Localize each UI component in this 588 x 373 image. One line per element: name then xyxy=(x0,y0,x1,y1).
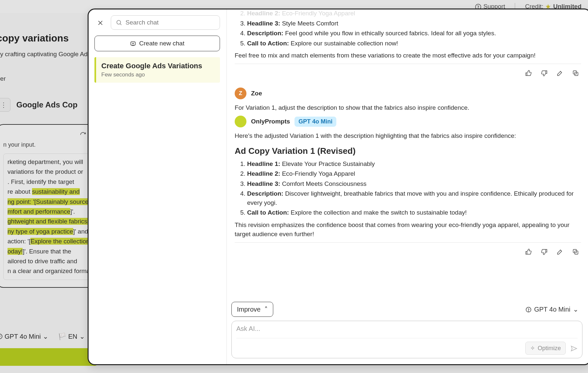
closing-text: This revision emphasizes the confidence … xyxy=(235,220,581,239)
sparkle-icon: ✧ xyxy=(530,345,535,352)
ai-intro: Here's the adjusted Variation 1 with the… xyxy=(235,131,581,141)
create-new-chat-button[interactable]: Create new chat xyxy=(94,36,220,51)
model-selector[interactable]: GPT 4o Mini ⌄ xyxy=(0,332,48,340)
ai-message-prev: Headline 2: Eco-Friendly Yoga Apparel He… xyxy=(235,9,581,84)
avatar xyxy=(235,116,246,127)
optimize-label: Optimize xyxy=(538,345,561,352)
chat-plus-icon xyxy=(130,40,136,47)
page-title-fragment: copy variations xyxy=(0,33,69,44)
model-label: GPT 4o Mini xyxy=(534,306,570,313)
tab-title[interactable]: Google Ads Cop xyxy=(16,100,77,109)
model-badge: GPT 4o Mini xyxy=(294,117,336,127)
thumbs-down-button[interactable] xyxy=(541,69,548,77)
copy-button[interactable] xyxy=(572,247,579,256)
chat-item-title: Create Google Ads Variations xyxy=(101,62,215,70)
user-text: For Variation 1, adjust the description … xyxy=(235,103,581,113)
thumbs-up-button[interactable] xyxy=(525,69,532,77)
ad-copy-list: Headline 1: Elevate Your Practice Sustai… xyxy=(235,159,581,217)
close-button[interactable] xyxy=(94,17,106,28)
closing-text: Feel free to mix and match elements from… xyxy=(235,51,581,60)
chat-list-item[interactable]: Create Google Ads Variations Few seconds… xyxy=(94,57,220,83)
copy-button[interactable] xyxy=(572,69,579,77)
search-icon xyxy=(116,19,122,26)
chat-input-box: ✧ Optimize xyxy=(231,321,582,358)
improve-button[interactable]: Improve ˄ xyxy=(231,302,273,317)
message-actions xyxy=(235,64,581,84)
list-item: Description: Feel good while you flow in… xyxy=(247,29,581,38)
page-tag-fragment: ger xyxy=(0,75,6,82)
language-selector[interactable]: 🏳️ EN ⌄ xyxy=(58,332,85,340)
list-item: Description: Discover lightweight, breat… xyxy=(247,189,581,207)
chevron-down-icon: ⌄ xyxy=(43,332,48,340)
flag-icon: 🏳️ xyxy=(58,332,66,340)
user-name: Zoe xyxy=(251,90,262,97)
close-icon xyxy=(97,18,104,27)
chat-column: Headline 2: Eco-Friendly Yoga Apparel He… xyxy=(227,9,588,364)
svg-point-6 xyxy=(117,20,121,24)
list-item: Headline 3: Style Meets Comfort xyxy=(247,19,581,28)
page-subtitle-fragment: by crafting captivating Google Ads co xyxy=(0,51,99,58)
ad-copy-list-prev: Headline 2: Eco-Friendly Yoga Apparel He… xyxy=(235,9,581,48)
thumbs-up-button[interactable] xyxy=(525,247,532,256)
chevron-down-icon: ⌄ xyxy=(79,332,85,340)
chat-scroll[interactable]: Headline 2: Eco-Friendly Yoga Apparel He… xyxy=(227,9,588,299)
create-new-chat-label: Create new chat xyxy=(139,40,184,47)
chevron-down-icon: ⌄ xyxy=(573,305,579,313)
improve-label: Improve xyxy=(237,306,260,313)
help-icon xyxy=(526,306,531,313)
svg-point-13 xyxy=(529,311,529,311)
list-item: Headline 1: Elevate Your Practice Sustai… xyxy=(247,159,581,169)
optimize-button[interactable]: ✧ Optimize xyxy=(525,342,566,355)
ai-name: OnlyPrompts xyxy=(251,118,290,125)
avatar: Z xyxy=(235,88,246,99)
toolbar-row: ⋮ Google Ads Cop xyxy=(0,98,77,112)
message-actions xyxy=(235,243,581,263)
primary-cta-button[interactable] xyxy=(0,348,98,366)
list-item: Call to Action: Explore our sustainable … xyxy=(247,39,581,48)
edit-button[interactable] xyxy=(556,69,563,77)
chat-input[interactable] xyxy=(236,325,578,334)
list-item: Headline 2: Eco-Friendly Yoga Apparel xyxy=(247,9,581,18)
list-item: Call to Action: Explore the collection a… xyxy=(247,208,581,217)
model-switcher[interactable]: GPT 4o Mini ⌄ xyxy=(526,305,579,313)
chevron-up-icon: ˄ xyxy=(264,305,268,313)
ai-message: OnlyPrompts GPT 4o Mini Here's the adjus… xyxy=(235,116,581,263)
panel-text[interactable]: rketing department, you will variations … xyxy=(3,154,98,280)
user-message: Z Zoe For Variation 1, adjust the descri… xyxy=(235,88,581,113)
chat-item-time: Few seconds ago xyxy=(101,72,215,78)
send-icon xyxy=(570,344,578,352)
section-heading: Ad Copy Variation 1 (Revised) xyxy=(235,146,581,156)
footer-row: Improve ˄ GPT 4o Mini ⌄ xyxy=(227,299,588,319)
edit-button[interactable] xyxy=(556,247,563,256)
chat-sidebar: Create new chat Create Google Ads Variat… xyxy=(89,9,227,364)
kebab-menu-button[interactable]: ⋮ xyxy=(0,98,10,112)
refresh-icon[interactable] xyxy=(80,131,86,138)
list-item: Headline 2: Eco-Friendly Yoga Apparel xyxy=(247,169,581,178)
bottom-selectors: GPT 4o Mini ⌄ 🏳️ EN ⌄ xyxy=(0,332,85,340)
panel-hint: n your input. xyxy=(3,141,98,148)
send-button[interactable] xyxy=(570,344,578,352)
search-input[interactable] xyxy=(126,19,215,26)
thumbs-down-button[interactable] xyxy=(541,247,548,256)
list-item: Headline 3: Comfort Meets Consciousness xyxy=(247,179,581,188)
chat-modal: Create new chat Create Google Ads Variat… xyxy=(88,8,588,365)
search-chat[interactable] xyxy=(111,15,220,30)
